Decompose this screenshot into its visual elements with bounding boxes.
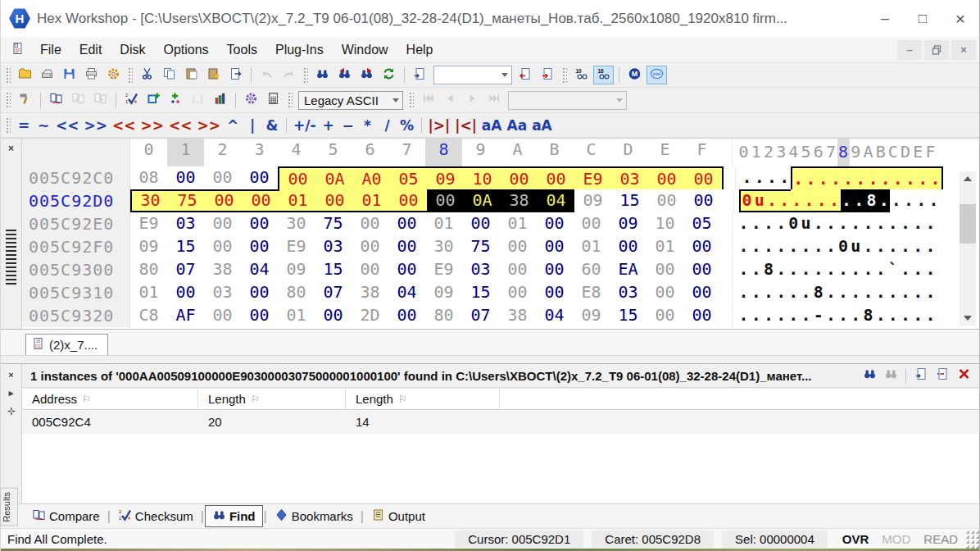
hex-bytes[interactable]: E9030000307500000100010000091005	[130, 212, 720, 235]
intel-button[interactable]: intel	[647, 66, 667, 84]
results-find-next-button[interactable]	[881, 367, 901, 385]
ascii-column[interactable]: ........0u......	[732, 235, 937, 258]
replace-button[interactable]	[379, 66, 399, 84]
op-divide[interactable]: /	[378, 116, 397, 135]
op-xor[interactable]: ^	[223, 116, 243, 135]
column-header-address[interactable]: Address⚐	[22, 389, 198, 409]
ascii-text[interactable]: ..8.........`...	[737, 258, 937, 281]
ascii-column[interactable]: ................	[735, 166, 943, 189]
op-modulo[interactable]: %	[397, 116, 417, 135]
hex-bytes[interactable]: 09150000E90300003075000001000100	[130, 235, 720, 258]
ascii-column[interactable]: ......8.........	[732, 281, 937, 304]
ascii-text[interactable]: ....0u..........	[737, 212, 937, 235]
find-next-button[interactable]	[356, 66, 377, 84]
calculator-button[interactable]	[263, 91, 284, 110]
toolbar-grip[interactable]	[287, 91, 293, 109]
op-lowercase[interactable]: Aa	[505, 116, 530, 135]
nav-first-button[interactable]	[418, 91, 438, 110]
paste-button[interactable]	[181, 66, 202, 84]
menu-disk[interactable]: Disk	[111, 39, 154, 60]
menu-edit[interactable]: Edit	[70, 39, 111, 60]
bookmark-add-button[interactable]	[143, 91, 164, 110]
tools-button[interactable]	[15, 91, 35, 110]
open-button[interactable]	[15, 66, 35, 84]
panel-splitter[interactable]	[1, 356, 979, 364]
op-equals[interactable]: =	[14, 116, 34, 135]
goto-forward-button[interactable]	[538, 66, 558, 84]
goto-button[interactable]	[410, 66, 430, 84]
base16-button[interactable]: 16	[593, 66, 614, 84]
document-system-icon[interactable]	[11, 42, 25, 58]
ascii-text[interactable]: ....	[741, 166, 791, 189]
results-strip-pin-icon[interactable]: ⊹	[6, 405, 17, 417]
op-subtract[interactable]: −	[338, 116, 358, 135]
op-or[interactable]: |	[243, 116, 262, 135]
chevron-down-icon[interactable]	[498, 70, 511, 80]
vertical-scrollbar[interactable]	[960, 171, 976, 326]
menu-options[interactable]: Options	[154, 39, 217, 60]
toolbar-grip[interactable]	[408, 91, 414, 109]
op-shift-left[interactable]: <<	[53, 116, 82, 135]
toolbar-grip[interactable]	[5, 91, 11, 109]
ascii-text[interactable]: ....	[890, 189, 940, 212]
tab-checksum[interactable]: 21Checksum	[111, 506, 200, 526]
scroll-track[interactable]	[960, 186, 976, 311]
op-add[interactable]: +	[319, 116, 338, 135]
ascii-column[interactable]: ..8.........`...	[732, 258, 937, 281]
selected-bytes[interactable]: 000A3804	[427, 189, 574, 212]
chevron-down-icon[interactable]	[389, 95, 402, 106]
hex-bytes[interactable]: 010003008007380409150000E8030000	[130, 281, 720, 304]
results-export-button[interactable]	[932, 367, 952, 385]
ascii-column[interactable]: ....0u..........	[732, 212, 937, 235]
statistics-button[interactable]	[210, 91, 230, 110]
menu-plug-ins[interactable]: Plug-Ins	[266, 39, 333, 60]
menu-tools[interactable]: Tools	[218, 39, 266, 60]
goto-combo[interactable]	[433, 66, 512, 84]
op-not[interactable]: ~	[34, 116, 53, 135]
menu-file[interactable]: File	[31, 39, 70, 60]
copy-button[interactable]	[159, 66, 179, 84]
ascii-text[interactable]: ........0u......	[737, 235, 937, 258]
hex-bytes[interactable]: 08000000	[130, 166, 278, 189]
dock-grip[interactable]	[6, 230, 16, 285]
results-copy-button[interactable]	[911, 367, 931, 385]
results-find-button[interactable]	[860, 367, 879, 385]
table-row[interactable]: 005C92C42014	[22, 410, 979, 434]
op-insert-left[interactable]: |<|	[452, 116, 479, 135]
toolbar-grip[interactable]	[5, 66, 11, 84]
compare-button[interactable]	[46, 91, 66, 110]
checksum-button[interactable]: 21	[121, 91, 142, 110]
nav-prev-button[interactable]	[440, 91, 461, 110]
resize-grip[interactable]	[964, 529, 979, 549]
op-shift-right[interactable]: >>	[82, 116, 111, 135]
found-match-bytes[interactable]: 3075000001000100	[130, 189, 427, 212]
chevron-down-icon[interactable]	[613, 95, 626, 106]
toolbar-grip[interactable]	[302, 66, 308, 84]
nav-next-button[interactable]	[462, 91, 483, 110]
undo-button[interactable]	[256, 66, 277, 84]
open-drive-button[interactable]	[37, 66, 57, 84]
op-uppercase[interactable]: aA	[479, 116, 505, 135]
found-match-bytes[interactable]: 000AA00509100000E9030000	[278, 166, 724, 189]
scroll-down-icon[interactable]	[960, 311, 976, 326]
ascii-text[interactable]: ......8.........	[737, 281, 937, 304]
results-close-button[interactable]	[954, 367, 973, 385]
insert-file-button[interactable]	[225, 66, 246, 84]
document-tab[interactable]: 16011 (2)x_7....	[25, 334, 108, 355]
found-match-ascii[interactable]: ............	[791, 166, 943, 189]
charset-combo[interactable]: Legacy ASCII	[298, 91, 403, 110]
minimize-button[interactable]: –	[866, 5, 904, 33]
bookmark-plus-button[interactable]	[166, 91, 186, 110]
op-multiply[interactable]: *	[358, 116, 378, 135]
op-insert-right[interactable]: |>|	[426, 116, 453, 135]
op-rotate-left[interactable]: <<	[110, 116, 138, 135]
toolbar-grip[interactable]	[561, 66, 567, 84]
results-strip-arrow-icon[interactable]: ▸	[6, 387, 17, 398]
hex-bytes[interactable]: 8007380409150000E903000060EA0000	[130, 258, 720, 281]
selected-ascii[interactable]: ..8.	[841, 189, 891, 212]
column-header-length-hex[interactable]: Length⚐	[346, 389, 500, 409]
toolbar-grip[interactable]	[5, 116, 11, 134]
tab-find[interactable]: Find	[205, 505, 263, 527]
op-and[interactable]: &	[262, 116, 282, 135]
found-match-ascii[interactable]: 0u......	[739, 189, 841, 212]
